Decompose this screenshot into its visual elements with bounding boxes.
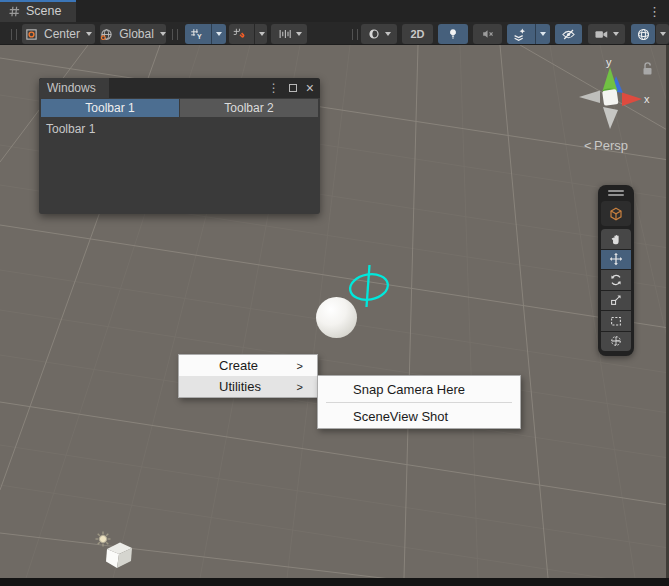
effects-icon [512, 27, 527, 42]
grid-visibility-group: Y [185, 24, 226, 44]
axis-x-cone[interactable] [622, 93, 642, 107]
audio-mute-toggle[interactable] [473, 24, 502, 44]
orientation-dropdown[interactable]: Global [100, 24, 166, 44]
shading-mode-dropdown[interactable] [361, 24, 397, 44]
increment-snap-dropdown[interactable] [271, 24, 307, 44]
hand-icon [609, 232, 623, 246]
tools-overlay [598, 185, 634, 356]
light-and-cube-objects[interactable] [90, 530, 142, 578]
move-tool-button[interactable] [601, 250, 631, 270]
eye-slash-icon [561, 27, 576, 42]
toolbar-grip[interactable] [11, 29, 17, 40]
window-bottom-edge [0, 578, 669, 586]
sun-light-gizmo [96, 532, 111, 547]
unity-scene-window: Scene ⋮ Center Global [0, 0, 669, 586]
tab-toolbar1-label: Toolbar 1 [85, 101, 134, 115]
scene-visibility-toggle[interactable] [555, 24, 582, 44]
chevron-down-icon [216, 32, 222, 36]
pivot-mode-label: Center [42, 27, 82, 41]
transform-tool-icon [609, 334, 623, 348]
rotate-tool-button[interactable] [601, 270, 631, 290]
scale-tool-button[interactable] [601, 291, 631, 311]
panel-maximize-icon[interactable] [289, 84, 297, 92]
mode-2d-label: 2D [410, 28, 424, 40]
camera-icon [594, 28, 609, 41]
grid-visibility-toggle[interactable]: Y [185, 24, 207, 44]
panel-close-icon[interactable]: × [306, 81, 314, 95]
pivot-center-icon [25, 28, 38, 41]
orientation-gizmo[interactable]: y x < Persp [570, 50, 669, 158]
scene-tab-label: Scene [26, 4, 61, 18]
windows-panel-header[interactable]: Windows ⋮ × [39, 78, 320, 98]
menu-item-snap-camera[interactable]: Snap Camera Here [318, 376, 520, 402]
menu-item-utilities[interactable]: Utilities > [179, 376, 317, 397]
toolbar-grip[interactable] [352, 29, 358, 40]
grid-snap-toggle[interactable] [228, 24, 250, 44]
pivot-mode-dropdown[interactable]: Center [22, 24, 95, 44]
toolbar-grip[interactable] [172, 29, 178, 40]
mode-2d-toggle[interactable]: 2D [402, 24, 433, 44]
rect-tool-button[interactable] [601, 311, 631, 331]
scene-toolbar: Center Global Y [0, 22, 669, 45]
axis-y-label: y [606, 56, 612, 68]
gizmos-dropdown[interactable] [656, 24, 669, 44]
context-menu: Create > Utilities > [178, 354, 318, 398]
scene-viewport[interactable]: y x < Persp [0, 45, 669, 578]
gizmo-center-cube[interactable] [602, 89, 618, 106]
tab-toolbar1[interactable]: Toolbar 1 [41, 99, 179, 117]
menu-item-snap-camera-label: Snap Camera Here [318, 382, 465, 397]
windows-panel-tab[interactable]: Windows [39, 78, 109, 98]
persp-arrow: < [584, 138, 592, 153]
chevron-down-icon [660, 32, 666, 36]
chevron-down-icon [86, 32, 92, 36]
panel-kebab-icon[interactable]: ⋮ [268, 82, 280, 94]
menu-item-utilities-label: Utilities [179, 379, 261, 394]
overlay-drag-handle[interactable] [608, 190, 624, 192]
cube-object [106, 543, 132, 569]
selected-object-gizmo[interactable] [344, 261, 396, 313]
chevron-down-icon [259, 32, 265, 36]
chevron-down-icon [385, 32, 391, 36]
rotate-icon [609, 273, 623, 287]
chevron-down-icon [540, 32, 546, 36]
light-bulb-icon [446, 27, 460, 41]
gizmos-sphere-icon [636, 27, 651, 42]
svg-text:Y: Y [197, 33, 202, 40]
grid-magnet-icon [232, 27, 246, 41]
axis-neg-x-cone[interactable] [579, 91, 600, 104]
menu-item-create[interactable]: Create > [179, 355, 317, 376]
rect-tool-icon [609, 314, 623, 328]
menu-item-sceneview-shot-label: SceneView Shot [318, 409, 448, 424]
tool-context-button[interactable] [601, 201, 631, 226]
overlay-drag-handle[interactable] [608, 194, 624, 196]
tab-toolbar2[interactable]: Toolbar 2 [180, 99, 318, 117]
tab-scene[interactable]: Scene [0, 0, 76, 22]
grid-visibility-dropdown[interactable] [211, 24, 226, 44]
scale-icon [609, 293, 623, 307]
scene-grid-icon [8, 5, 21, 18]
audio-muted-icon [481, 27, 495, 41]
globe-icon [100, 28, 113, 41]
axis-neg-y-cone[interactable] [603, 107, 618, 129]
window-more-menu[interactable]: ⋮ [648, 0, 661, 22]
tab-bar: Scene ⋮ [0, 0, 669, 22]
move-icon [609, 252, 623, 266]
projection-label[interactable]: Persp [594, 138, 628, 153]
panel-content-label: Toolbar 1 [46, 122, 95, 136]
effects-group [507, 24, 550, 44]
transform-tool-button[interactable] [601, 332, 631, 352]
utilities-submenu: Snap Camera Here SceneView Shot [317, 375, 521, 429]
windows-panel: Windows ⋮ × Toolbar 1 Toolbar 2 Toolbar … [39, 78, 320, 214]
menu-item-sceneview-shot[interactable]: SceneView Shot [318, 403, 520, 429]
view-tool-button[interactable] [601, 229, 631, 249]
lock-open-icon[interactable] [644, 63, 652, 75]
orientation-label: Global [117, 27, 156, 41]
camera-settings-dropdown[interactable] [588, 24, 625, 44]
scene-lighting-toggle[interactable] [438, 24, 468, 44]
effects-toggle[interactable] [508, 24, 531, 44]
effects-dropdown[interactable] [535, 24, 550, 44]
gizmos-toggle[interactable] [631, 24, 655, 44]
grid-snap-group [229, 24, 267, 44]
grid-snap-dropdown[interactable] [254, 24, 269, 44]
kebab-icon: ⋮ [648, 4, 661, 19]
